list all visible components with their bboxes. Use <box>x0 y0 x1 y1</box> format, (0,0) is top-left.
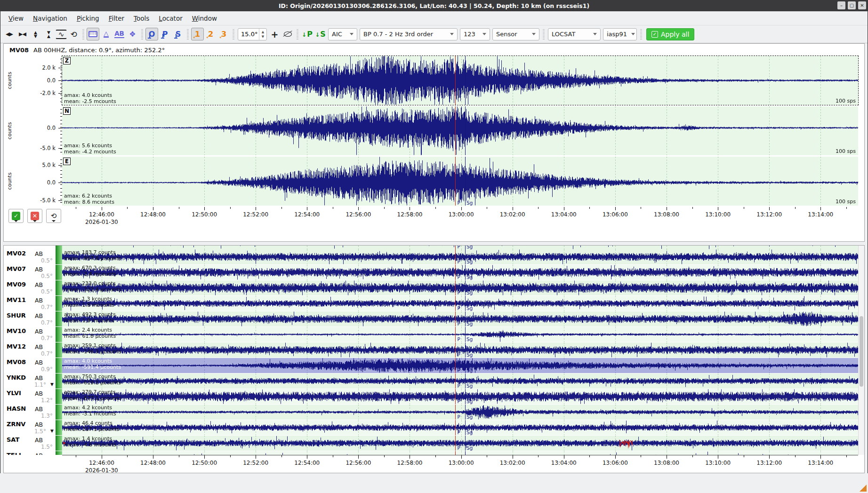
p-pick-line[interactable] <box>455 342 456 358</box>
station-row[interactable]: MV08 AB 0.9° ▼ amax: 4.0 kcountsmean: -5… <box>4 358 864 373</box>
menu-item-filter[interactable]: Filter <box>104 13 129 24</box>
p-pick-line[interactable] <box>455 327 456 342</box>
components-button[interactable]: ❖ <box>126 28 139 40</box>
scrollbar-thumb[interactable] <box>860 316 863 387</box>
p-pick-line[interactable] <box>455 451 456 455</box>
s-pick-line[interactable] <box>465 246 466 249</box>
rotate-lock-button[interactable]: ⟲ <box>67 28 80 40</box>
p-pick-line[interactable] <box>455 374 456 389</box>
s-pick-line[interactable] <box>465 451 466 455</box>
p-pick-line[interactable] <box>455 420 456 435</box>
p-pick-line[interactable] <box>455 405 456 420</box>
p-pick-line[interactable] <box>455 296 456 311</box>
trace-area[interactable]: amax: 492.3 countsmean: 1.9 mcounts PSg <box>62 311 858 326</box>
s-pick-line[interactable] <box>465 327 466 342</box>
s-pick-line[interactable] <box>465 342 466 358</box>
s-pick-line[interactable] <box>465 265 466 280</box>
p-pick-line[interactable] <box>455 106 456 155</box>
p-pick-line[interactable] <box>455 56 456 105</box>
spin-arrows-icon[interactable]: ▲▼ <box>259 29 266 40</box>
triangle-view-button[interactable]: △ <box>100 28 113 40</box>
pick-onset-button[interactable]: O <box>145 28 158 40</box>
p-pick-line[interactable] <box>455 280 456 295</box>
station-row[interactable]: MV09 AB 0.5° ▼ amax: 233.0 countsmean: -… <box>4 280 864 295</box>
station-row[interactable]: TELL AB ▼ PSg <box>4 451 864 455</box>
expand-horizontal-button[interactable]: ◀▶ <box>3 28 16 40</box>
station-row[interactable]: SHUR AB 0.7° ▼ amax: 492.3 countsmean: 1… <box>4 311 864 326</box>
menu-item-view[interactable]: View <box>4 13 28 24</box>
station-row[interactable]: HASN AB 1.3° ▼ amax: 4.2 kcountsmean: -3… <box>4 405 864 420</box>
trace-area[interactable]: amax: 233.0 countsmean: -322.4 µcounts P… <box>62 280 858 295</box>
menu-item-picking[interactable]: Picking <box>72 13 104 24</box>
station-row[interactable]: YLVI AB 1.2° ▼ amax: 279.7 countsmean: -… <box>4 389 864 404</box>
goto-p-button[interactable]: ↓P <box>301 28 313 40</box>
collapse-horizontal-button[interactable]: ▶◀ <box>16 28 29 40</box>
minimize-button[interactable]: – <box>837 1 845 9</box>
add-station-button[interactable]: + <box>268 28 281 40</box>
trace-area[interactable]: amax: 750.3 countsmean: -619.1 µcounts P… <box>62 374 858 389</box>
station-row[interactable]: SAT AB 1.5° ▼ amax: 1.4 kcountsmean: -4.… <box>4 436 864 451</box>
reject-pick-button[interactable]: ✕ <box>27 209 42 223</box>
p-pick-line[interactable] <box>455 265 456 280</box>
trace-area[interactable]: amax: 279.7 countsmean: -677.1 µcounts P… <box>62 389 858 404</box>
expand-vertical-button[interactable]: ▲▼ <box>29 28 42 40</box>
menu-item-tools[interactable]: Tools <box>129 13 154 24</box>
ruler-view-button[interactable] <box>87 28 99 40</box>
close-button[interactable]: ✕ <box>858 1 866 9</box>
resize-grip[interactable] <box>860 485 867 492</box>
trace-area[interactable]: amax: 183.7 countsmean: -867.8 µcounts P… <box>62 249 858 264</box>
trace-area[interactable]: PSg <box>62 451 858 455</box>
locator-select[interactable]: LOCSAT <box>548 28 601 40</box>
s-pick-line[interactable] <box>465 389 466 404</box>
sensor-select[interactable]: Sensor <box>492 28 539 40</box>
p-pick-line[interactable] <box>455 249 456 264</box>
p-pick-line[interactable] <box>455 436 456 451</box>
menu-item-navigation[interactable]: Navigation <box>28 13 72 24</box>
p-pick-line[interactable] <box>455 389 456 404</box>
amplitude-mode-select[interactable]: 123 <box>460 28 490 40</box>
menu-item-locator[interactable]: Locator <box>154 13 187 24</box>
amplitude-scale-button[interactable]: ∿ <box>56 30 67 39</box>
earth-model-select[interactable]: iasp91 <box>603 28 637 40</box>
trace-area[interactable]: amax: 1.4 kcountsmean: -4.6 mcounts PSg➤ <box>62 436 858 451</box>
pick-p-mode-button[interactable]: P <box>159 28 171 40</box>
s-pick-line[interactable] <box>465 405 466 420</box>
trace-area[interactable]: PSg <box>62 246 858 249</box>
s-pick-line[interactable] <box>465 157 466 206</box>
trace-area[interactable]: amax: 670.2 countsmean: -2.4 mcounts PSg <box>62 265 858 280</box>
s-pick-line[interactable] <box>465 280 466 295</box>
p-pick-line[interactable] <box>455 246 456 249</box>
trace-area[interactable]: amax: 259.1 countsmean: -146.3 µcounts P… <box>62 342 858 358</box>
titlebar[interactable]: ID: Origin/20260130130306.286126.3106, L… <box>0 0 868 11</box>
angle-spinbox[interactable]: 15.0° ▲▼ <box>238 28 267 40</box>
p-pick-line[interactable] <box>455 358 456 373</box>
maximize-button[interactable]: ▢ <box>848 1 856 9</box>
s-pick-line[interactable] <box>465 249 466 264</box>
filter-select[interactable]: BP 0.7 - 2 Hz 3rd order <box>360 28 458 40</box>
station-row[interactable]: ▼ PSg <box>4 246 864 249</box>
station-row[interactable]: MV07 AB 0.5° ▼ amax: 670.2 countsmean: -… <box>4 265 864 280</box>
s-pick-line[interactable] <box>465 56 466 105</box>
collapse-vertical-button[interactable]: ▼▲ <box>42 28 55 40</box>
p-pick-line[interactable] <box>455 157 456 206</box>
s-pick-line[interactable] <box>465 436 466 451</box>
apply-all-button[interactable]: ✓ Apply all <box>646 28 694 40</box>
rotation-2-button[interactable]: 2↙ <box>204 28 217 40</box>
expander-icon[interactable]: ▼ <box>50 429 54 433</box>
trace-area[interactable]: amax: 1.3 kcountsmean: 1.8 mcounts PSg <box>62 296 858 311</box>
station-row[interactable]: MV11 AB 0.7° ▼ amax: 1.3 kcountsmean: 1.… <box>4 296 864 311</box>
detector-select[interactable]: AIC <box>328 28 357 40</box>
revert-button[interactable]: ⟲ <box>46 209 61 223</box>
trace-area[interactable]: N amax: 5.6 kcountsmean: -4.2 mcounts 10… <box>62 106 858 155</box>
trace-area[interactable]: Z amax: 4.0 kcountsmean: -2.5 mcounts 10… <box>62 56 858 105</box>
station-row[interactable]: MV12 AB 0.7° ▼ amax: 259.1 countsmean: -… <box>4 342 864 358</box>
station-row[interactable]: YNKD AB 1.1° ▼ amax: 750.3 countsmean: -… <box>4 374 864 389</box>
s-pick-line[interactable] <box>465 296 466 311</box>
menu-item-window[interactable]: Window <box>187 13 222 24</box>
trace-area[interactable]: amax: 2.4 kcountsmean: 61.8 µcounts PSg <box>62 327 858 342</box>
s-pick-line[interactable] <box>465 106 466 155</box>
hide-picks-button[interactable] <box>281 28 294 40</box>
s-pick-line[interactable] <box>465 358 466 373</box>
goto-s-button[interactable]: ↓S <box>314 28 327 40</box>
expander-icon[interactable]: ▼ <box>50 382 54 387</box>
